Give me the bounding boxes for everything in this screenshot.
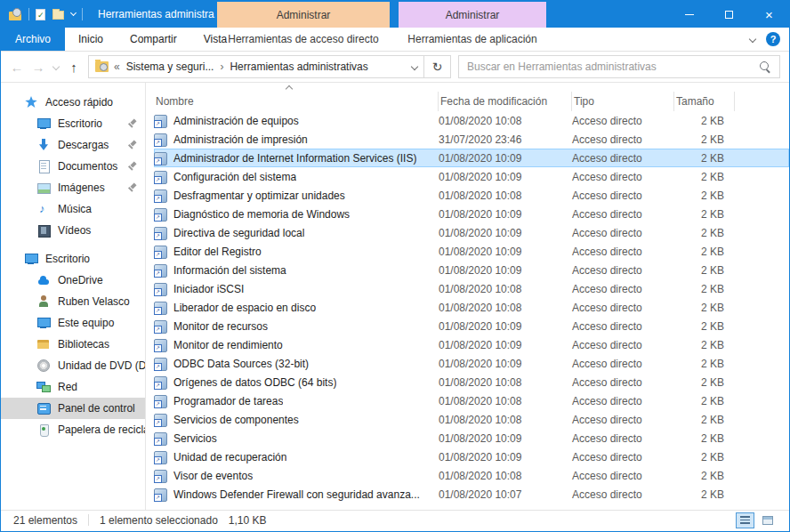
file-row[interactable]: Administrador de Internet Information Se… [154, 149, 789, 167]
sidebar-item[interactable]: OneDrive [1, 270, 145, 291]
forward-icon[interactable]: → [28, 56, 49, 77]
user-icon [36, 294, 51, 309]
sidebar-item[interactable]: Vídeos [1, 220, 145, 241]
file-list-pane: Nombre Fecha de modificación Tipo Tamaño… [146, 83, 789, 510]
file-type: Acceso directo [572, 227, 674, 239]
breadcrumb-segment[interactable]: Sistema y seguri... [126, 60, 214, 73]
sidebar-item[interactable]: Escritorio [1, 113, 145, 134]
sidebar-item[interactable]: Acceso rápido [1, 92, 145, 113]
file-type: Acceso directo [572, 339, 674, 351]
selection-size: 1,10 KB [229, 514, 267, 527]
sidebar-item[interactable]: Unidad de DVD (D:) [1, 355, 145, 376]
file-row[interactable]: Administración de equipos 01/08/2020 10:… [154, 111, 789, 130]
column-header-nombre[interactable]: Nombre [154, 92, 439, 111]
column-header-fecha[interactable]: Fecha de modificación [439, 92, 572, 111]
file-row[interactable]: Unidad de recuperación 01/08/2020 10:09 … [154, 447, 789, 466]
status-bar: 21 elementos 1 elemento seleccionado 1,1… [1, 510, 789, 529]
file-row[interactable]: Windows Defender Firewall con seguridad … [154, 485, 789, 504]
file-row[interactable]: Editor del Registro 01/08/2020 10:09 Acc… [154, 242, 789, 261]
file-name: Programador de tareas [173, 395, 283, 407]
search-box[interactable] [458, 55, 780, 78]
file-row[interactable]: Servicios 01/08/2020 10:09 Acceso direct… [154, 429, 789, 447]
properties-icon[interactable] [36, 9, 45, 20]
file-date: 01/08/2020 10:08 [439, 376, 572, 389]
file-row[interactable]: Programador de tareas 01/08/2020 10:08 A… [154, 391, 789, 410]
file-row[interactable]: Desfragmentar y optimizar unidades 01/08… [154, 186, 789, 205]
file-row[interactable]: Servicios de componentes 01/08/2020 10:0… [154, 410, 789, 429]
file-type: Acceso directo [572, 358, 674, 370]
sidebar-item[interactable]: Panel de control [1, 398, 145, 419]
file-size: 2 KB [674, 358, 735, 370]
tab-compartir[interactable]: Compartir [117, 28, 190, 51]
recent-locations-icon[interactable] [49, 56, 63, 77]
maximize-button[interactable] [709, 1, 749, 28]
file-row[interactable]: Monitor de rendimiento 01/08/2020 10:09 … [154, 335, 789, 354]
document-icon [36, 159, 51, 173]
search-input[interactable] [467, 60, 760, 73]
sidebar-item[interactable]: Descargas [1, 134, 145, 156]
file-date: 01/08/2020 10:09 [439, 227, 572, 239]
file-size: 2 KB [674, 432, 735, 445]
sidebar-item[interactable]: Imágenes [1, 177, 145, 198]
file-row[interactable]: Directiva de seguridad local 01/08/2020 … [154, 223, 789, 242]
refresh-button[interactable]: ↻ [424, 55, 451, 78]
sidebar-item[interactable]: Ruben Velasco [1, 291, 145, 312]
file-row[interactable]: Orígenes de datos ODBC (64 bits) 01/08/2… [154, 373, 789, 391]
maximize-icon [725, 11, 733, 19]
back-icon[interactable]: ← [6, 56, 28, 77]
file-size: 2 KB [674, 395, 735, 407]
shortcut-file-icon [154, 376, 167, 390]
sidebar-item[interactable]: Papelera de reciclaje [1, 419, 145, 440]
sidebar-item[interactable]: Escritorio [1, 248, 145, 270]
file-date: 01/08/2020 10:08 [439, 189, 572, 202]
help-icon[interactable]: ? [766, 32, 780, 46]
column-header-tamano[interactable]: Tamaño [674, 92, 735, 111]
file-row[interactable]: Administración de impresión 31/07/2020 2… [154, 130, 789, 149]
contextual-tab-administrar-application[interactable]: Administrar [399, 2, 546, 28]
tab-herramientas-de-aplicacion[interactable]: Herramientas de aplicación [399, 28, 546, 51]
column-header-tipo[interactable]: Tipo [572, 92, 674, 111]
sidebar-item[interactable]: Bibliotecas [1, 334, 145, 355]
close-button[interactable]: × [749, 1, 789, 28]
sidebar-item[interactable]: Red [1, 376, 145, 398]
file-row[interactable]: ODBC Data Sources (32-bit) 01/08/2020 10… [154, 354, 789, 373]
sidebar-item[interactable]: Este equipo [1, 312, 145, 334]
file-row[interactable]: Iniciador iSCSI 01/08/2020 10:08 Acceso … [154, 279, 789, 298]
ribbon-expand-icon[interactable] [749, 36, 756, 43]
file-row[interactable]: Monitor de recursos 01/08/2020 10:09 Acc… [154, 317, 789, 335]
tab-herramientas-de-acceso-directo[interactable]: Herramientas de acceso directo [217, 28, 390, 51]
tab-archivo[interactable]: Archivo [1, 28, 65, 51]
address-box[interactable]: « Sistema y seguri... › Herramientas adm… [88, 55, 424, 78]
file-type: Acceso directo [572, 320, 674, 333]
search-icon[interactable] [760, 61, 771, 73]
up-icon[interactable]: ↑ [63, 56, 85, 77]
sidebar-item[interactable]: Documentos [1, 156, 145, 177]
file-size: 2 KB [674, 208, 735, 221]
shortcut-file-icon [154, 208, 167, 222]
details-view-button[interactable] [736, 512, 754, 528]
file-date: 01/08/2020 10:09 [439, 339, 572, 351]
shortcut-file-icon [154, 283, 167, 296]
address-dropdown-icon[interactable] [411, 63, 418, 70]
file-date: 01/08/2020 10:08 [439, 302, 572, 314]
breadcrumb-segment[interactable]: Herramientas administrativas [230, 60, 367, 73]
qat-customize-icon[interactable] [70, 10, 77, 16]
file-row[interactable]: Configuración del sistema 01/08/2020 10:… [154, 167, 789, 186]
file-date: 01/08/2020 10:08 [439, 115, 572, 127]
tab-inicio[interactable]: Inicio [65, 28, 117, 51]
shortcut-file-icon [154, 339, 167, 352]
shortcut-file-icon [154, 171, 167, 184]
new-folder-icon[interactable] [52, 11, 64, 20]
file-row[interactable]: Visor de eventos 01/08/2020 10:08 Acceso… [154, 466, 789, 485]
file-type: Acceso directo [572, 283, 674, 295]
file-name: Windows Defender Firewall con seguridad … [173, 488, 420, 501]
file-row[interactable]: Diagnóstico de memoria de Windows 01/08/… [154, 205, 789, 223]
minimize-button[interactable] [669, 1, 709, 28]
thumbnails-view-button[interactable] [758, 512, 777, 528]
file-row[interactable]: Información del sistema 01/08/2020 10:09… [154, 261, 789, 279]
sidebar-item[interactable]: Música [1, 198, 145, 220]
contextual-tab-administrar-shortcut[interactable]: Administrar [217, 2, 390, 28]
file-row[interactable]: Liberador de espacio en disco 01/08/2020… [154, 298, 789, 317]
breadcrumb-collapsed-icon[interactable]: « [114, 60, 120, 73]
breadcrumb-separator-icon[interactable]: › [220, 60, 223, 73]
